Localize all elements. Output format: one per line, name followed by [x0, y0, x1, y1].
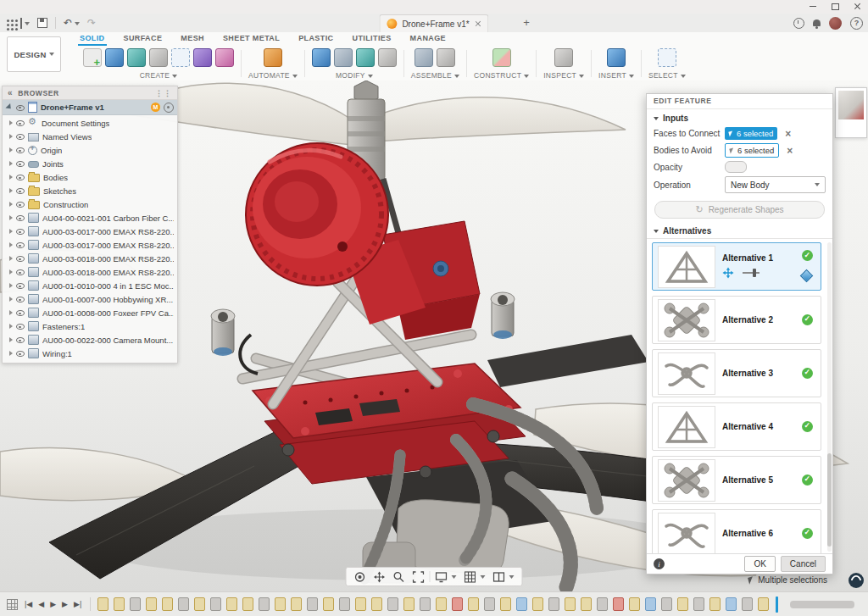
- timeline-feature-icon[interactable]: [371, 597, 382, 611]
- grid-settings-button[interactable]: [462, 571, 488, 583]
- faces-selection-chip[interactable]: 6 selected: [725, 127, 777, 140]
- expand-icon[interactable]: [9, 147, 13, 153]
- select-group-label[interactable]: SELECT: [648, 71, 686, 80]
- ribbon-tab[interactable]: MANAGE: [409, 32, 448, 46]
- timeline-feature-icon[interactable]: [484, 597, 495, 611]
- eye-icon[interactable]: [16, 146, 25, 154]
- eye-icon[interactable]: [16, 159, 25, 168]
- panel-grip-icon[interactable]: [155, 89, 172, 97]
- timeline-feature-icon[interactable]: [436, 597, 447, 611]
- collapse-panel-icon[interactable]: [8, 88, 13, 97]
- browser-tree-item[interactable]: Joints: [3, 157, 177, 170]
- assistant-button[interactable]: [849, 573, 864, 588]
- fit-button[interactable]: [410, 571, 427, 583]
- bodies-selection-chip[interactable]: 6 selected: [725, 143, 779, 158]
- browser-tree-item[interactable]: AU00-01-0007-000 Hobbywing XR...: [3, 292, 177, 306]
- ribbon-tab[interactable]: UTILITIES: [350, 32, 392, 46]
- joint-tool-icon[interactable]: [415, 48, 433, 67]
- maximize-button[interactable]: [824, 0, 846, 13]
- expand-icon[interactable]: [9, 215, 13, 220]
- eye-icon[interactable]: [16, 200, 25, 208]
- opacity-control[interactable]: [725, 161, 747, 173]
- press-pull-tool-icon[interactable]: [312, 48, 331, 67]
- timeline-feature-icon[interactable]: [645, 597, 656, 611]
- browser-tree-item[interactable]: AU00-03-0017-000 EMAX RS8-220...: [3, 238, 177, 252]
- timeline-feature-icon[interactable]: [226, 597, 237, 611]
- eye-icon[interactable]: [16, 268, 25, 276]
- alternative-row[interactable]: Alternative 3: [652, 349, 821, 397]
- activate-component-icon[interactable]: [164, 103, 174, 113]
- regenerate-shapes-button[interactable]: Regenerate Shapes: [654, 201, 825, 219]
- undo-button[interactable]: [64, 17, 80, 29]
- browser-tree-item[interactable]: Named Views: [3, 130, 177, 143]
- move-icon[interactable]: [722, 267, 734, 280]
- slider-icon[interactable]: [741, 267, 761, 280]
- expand-icon[interactable]: [9, 175, 13, 180]
- timeline-feature-icon[interactable]: [339, 597, 350, 611]
- eye-icon[interactable]: [16, 295, 25, 303]
- timeline-feature-icon[interactable]: [613, 597, 624, 611]
- inspect-group-label[interactable]: INSPECT: [543, 71, 584, 80]
- notifications-icon[interactable]: [813, 19, 821, 26]
- automate-group-label[interactable]: AUTOMATE: [248, 71, 298, 80]
- minimize-button[interactable]: [802, 0, 824, 13]
- playback-button[interactable]: ◀: [38, 600, 44, 608]
- alternatives-scrollbar[interactable]: [827, 242, 832, 552]
- expand-icon[interactable]: [9, 351, 13, 356]
- configure-tool-icon[interactable]: [264, 48, 282, 67]
- expand-icon[interactable]: [5, 103, 13, 111]
- 3d-viewport[interactable]: BROWSER Drone+Frame v1 M Document: [0, 80, 868, 592]
- eye-icon[interactable]: [16, 227, 25, 236]
- browser-tree-item[interactable]: AU00-03-0018-000 EMAX RS8-220...: [3, 265, 177, 279]
- alternative-thumbnail[interactable]: [658, 299, 715, 341]
- browser-tree-item[interactable]: AU00-01-0008-000 Foxeer FPV Ca...: [3, 306, 177, 319]
- eye-icon[interactable]: [16, 241, 25, 249]
- alternative-row[interactable]: Alternative 6: [652, 509, 821, 553]
- expand-icon[interactable]: [9, 310, 13, 315]
- browser-tree-item[interactable]: AU00-03-0017-000 EMAX RS8-220...: [3, 225, 177, 238]
- clear-bodies-selection-icon[interactable]: [787, 147, 793, 155]
- timeline-feature-icon[interactable]: [97, 597, 108, 611]
- redo-button[interactable]: [87, 17, 96, 29]
- timeline-feature-icon[interactable]: [178, 597, 189, 611]
- timeline-feature-icon[interactable]: [677, 597, 688, 611]
- derive-tool-icon[interactable]: [215, 48, 234, 67]
- expand-icon[interactable]: [9, 297, 13, 302]
- eye-icon[interactable]: [16, 308, 25, 317]
- timeline-feature-icon[interactable]: [532, 597, 543, 611]
- zoom-button[interactable]: [391, 571, 408, 583]
- timeline-feature-icon[interactable]: [307, 597, 318, 611]
- playback-button[interactable]: ▶: [50, 600, 56, 608]
- shell-tool-icon[interactable]: [356, 48, 375, 67]
- alternative-thumbnail[interactable]: [658, 459, 715, 502]
- ok-button[interactable]: OK: [744, 556, 775, 572]
- timeline-scrollbar[interactable]: [790, 601, 854, 608]
- ribbon-tab[interactable]: MESH: [179, 32, 206, 46]
- eye-icon[interactable]: [16, 322, 25, 330]
- alternative-thumbnail[interactable]: [658, 406, 715, 448]
- ribbon-tab[interactable]: SHEET METAL: [221, 32, 281, 46]
- cancel-button[interactable]: Cancel: [781, 556, 826, 572]
- alternative-row[interactable]: Alternative 2: [652, 296, 821, 344]
- alternative-row[interactable]: Alternative 1: [652, 242, 821, 291]
- timeline-feature-icon[interactable]: [162, 597, 173, 611]
- inputs-section-header[interactable]: Inputs: [647, 109, 832, 125]
- eye-icon[interactable]: [16, 173, 25, 181]
- timeline-feature-icon[interactable]: [355, 597, 366, 611]
- eye-icon[interactable]: [16, 349, 25, 358]
- alternative-thumbnail[interactable]: [658, 352, 715, 395]
- viewports-button[interactable]: [491, 571, 517, 583]
- timeline-feature-icon[interactable]: [726, 597, 737, 611]
- new-component-tool-icon[interactable]: [83, 48, 102, 67]
- timeline-feature-icon[interactable]: [452, 597, 463, 611]
- construct-group-label[interactable]: CONSTRUCT: [474, 71, 529, 80]
- expand-icon[interactable]: [9, 188, 13, 193]
- timeline-feature-icon[interactable]: [709, 597, 721, 611]
- eye-icon[interactable]: [16, 254, 25, 263]
- expand-icon[interactable]: [9, 202, 13, 207]
- file-menu-button[interactable]: [20, 19, 30, 28]
- alternatives-section-header[interactable]: Alternatives: [647, 222, 832, 238]
- create-group-label[interactable]: CREATE: [140, 71, 178, 80]
- timeline-feature-icon[interactable]: [210, 597, 221, 611]
- ribbon-tab[interactable]: SOLID: [78, 32, 107, 46]
